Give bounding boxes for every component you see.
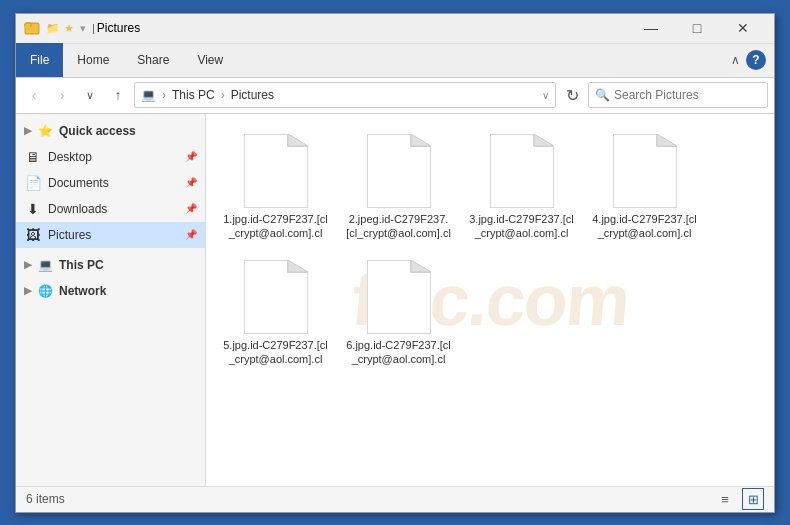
file-explorer-window: 📁 ★ ▾ | Pictures — □ ✕ File Home Share V…	[15, 13, 775, 513]
sidebar-item-desktop[interactable]: 🖥 Desktop 📌	[16, 144, 205, 170]
file-name: 6.jpg.id-C279F237.[cl_crypt@aol.com].cl	[345, 338, 452, 367]
path-dropdown-icon[interactable]: ∨	[542, 90, 549, 101]
search-box: 🔍	[588, 82, 768, 108]
tiles-view-button[interactable]: ⊞	[742, 488, 764, 510]
svg-marker-8	[534, 134, 554, 146]
file-name: 5.jpg.id-C279F237.[cl_crypt@aol.com].cl	[222, 338, 329, 367]
address-path[interactable]: 💻 › This PC › Pictures ∨	[134, 82, 556, 108]
file-icon	[490, 134, 554, 208]
pin-icon: 📌	[185, 151, 197, 162]
path-pictures: Pictures	[231, 88, 274, 102]
help-button[interactable]: ?	[746, 50, 766, 70]
list-item[interactable]: 1.jpg.id-C279F237.[cl_crypt@aol.com].cl	[218, 128, 333, 247]
file-icon	[244, 260, 308, 334]
svg-marker-4	[288, 134, 308, 146]
view-controls: ≡ ⊞	[714, 488, 764, 510]
search-icon: 🔍	[595, 88, 610, 102]
file-icon	[613, 134, 677, 208]
refresh-button[interactable]: ↻	[560, 83, 584, 107]
pin-icon: 📌	[185, 177, 197, 188]
details-view-button[interactable]: ≡	[714, 488, 736, 510]
file-icon	[367, 260, 431, 334]
list-item[interactable]: 4.jpg.id-C279F237.[cl_crypt@aol.com].cl	[587, 128, 702, 247]
svg-marker-10	[657, 134, 677, 146]
file-icon	[367, 134, 431, 208]
pin-icon: 📌	[185, 203, 197, 214]
tab-view[interactable]: View	[183, 43, 237, 77]
back-button[interactable]: ‹	[22, 83, 46, 107]
sidebar-section-this-pc[interactable]: ▶ 💻 This PC	[16, 252, 205, 278]
file-name: 2.jpeg.id-C279F237.[cl_crypt@aol.com].cl	[345, 212, 452, 241]
pin-icon: 📌	[185, 229, 197, 240]
sidebar-item-documents[interactable]: 📄 Documents 📌	[16, 170, 205, 196]
network-icon: 🌐	[38, 284, 53, 298]
up-button[interactable]: ↑	[106, 83, 130, 107]
collapse-ribbon-button[interactable]: ∧	[731, 53, 740, 67]
list-item[interactable]: 6.jpg.id-C279F237.[cl_crypt@aol.com].cl	[341, 254, 456, 373]
file-icon	[244, 134, 308, 208]
sidebar-section-quick-access[interactable]: ▶ ⭐ Quick access	[16, 118, 205, 144]
list-item[interactable]: 5.jpg.id-C279F237.[cl_crypt@aol.com].cl	[218, 254, 333, 373]
star-icon: ⭐	[38, 124, 53, 138]
svg-marker-14	[411, 260, 431, 272]
tab-file[interactable]: File	[16, 43, 63, 77]
svg-rect-2	[24, 26, 30, 28]
sidebar: ▶ ⭐ Quick access 🖥 Desktop 📌 📄 Documents…	[16, 114, 206, 486]
item-count: 6 items	[26, 492, 65, 506]
tab-share[interactable]: Share	[123, 43, 183, 77]
forward-button[interactable]: ›	[50, 83, 74, 107]
svg-marker-6	[411, 134, 431, 146]
window-icon	[24, 20, 40, 36]
ribbon: File Home Share View ∧ ?	[16, 44, 774, 78]
search-input[interactable]	[614, 88, 761, 102]
desktop-icon: 🖥	[24, 149, 42, 165]
documents-icon: 📄	[24, 175, 42, 191]
sidebar-item-pictures[interactable]: 🖼 Pictures 📌	[16, 222, 205, 248]
file-name: 3.jpg.id-C279F237.[cl_crypt@aol.com].cl	[468, 212, 575, 241]
list-item[interactable]: 2.jpeg.id-C279F237.[cl_crypt@aol.com].cl	[341, 128, 456, 247]
file-content-area: fisc.com 1.jpg.id-C279F237.[cl_crypt@aol…	[206, 114, 774, 486]
quick-access-chevron-icon: ▶	[24, 125, 32, 136]
network-chevron-icon: ▶	[24, 285, 32, 296]
svg-marker-12	[288, 260, 308, 272]
list-item[interactable]: 3.jpg.id-C279F237.[cl_crypt@aol.com].cl	[464, 128, 579, 247]
sidebar-item-downloads[interactable]: ⬇ Downloads 📌	[16, 196, 205, 222]
maximize-button[interactable]: □	[674, 13, 720, 43]
file-name: 1.jpg.id-C279F237.[cl_crypt@aol.com].cl	[222, 212, 329, 241]
close-button[interactable]: ✕	[720, 13, 766, 43]
pc-icon: 💻	[141, 88, 156, 102]
downloads-icon: ⬇	[24, 201, 42, 217]
main-area: ▶ ⭐ Quick access 🖥 Desktop 📌 📄 Documents…	[16, 114, 774, 486]
title-bar: 📁 ★ ▾ | Pictures — □ ✕	[16, 14, 774, 44]
status-bar: 6 items ≡ ⊞	[16, 486, 774, 512]
ribbon-controls: ∧ ?	[731, 50, 774, 70]
sidebar-section-network[interactable]: ▶ 🌐 Network	[16, 278, 205, 304]
minimize-button[interactable]: —	[628, 13, 674, 43]
tab-home[interactable]: Home	[63, 43, 123, 77]
dropdown-button[interactable]: ∨	[78, 83, 102, 107]
address-bar: ‹ › ∨ ↑ 💻 › This PC › Pictures ∨ ↻ 🔍	[16, 78, 774, 114]
path-thispc: This PC	[172, 88, 215, 102]
window-controls: — □ ✕	[628, 13, 766, 43]
thispc-icon: 💻	[38, 258, 53, 272]
thispc-chevron-icon: ▶	[24, 259, 32, 270]
window-title: Pictures	[97, 21, 628, 35]
pictures-icon: 🖼	[24, 227, 42, 243]
file-name: 4.jpg.id-C279F237.[cl_crypt@aol.com].cl	[591, 212, 698, 241]
files-grid: 1.jpg.id-C279F237.[cl_crypt@aol.com].cl …	[214, 124, 766, 377]
